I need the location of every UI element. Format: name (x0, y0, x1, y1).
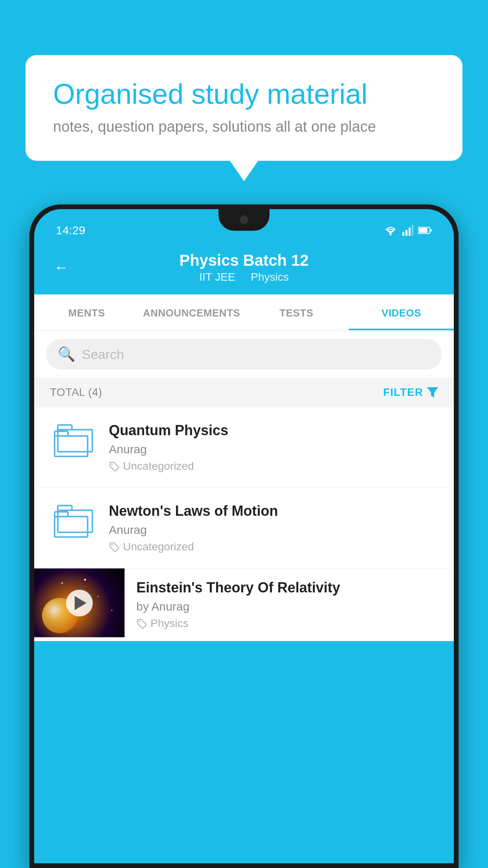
video-title: Quantum Physics (109, 422, 438, 439)
subtitle-physics: Physics (251, 271, 288, 283)
header-subtitle: IIT JEE Physics (179, 271, 308, 283)
bubble-title: Organised study material (53, 79, 435, 110)
item-info-2: Newton's Laws of Motion Anurag Uncategor… (109, 503, 438, 553)
back-button[interactable]: ← (54, 259, 69, 276)
item-thumbnail-1 (50, 422, 97, 462)
filter-button[interactable]: FILTER (383, 386, 438, 399)
phone-screen: 14:29 (34, 209, 454, 863)
video-title: Einstein's Theory Of Relativity (136, 579, 442, 596)
video-author: by Anurag (136, 600, 442, 613)
video-tag: Uncategorized (109, 460, 438, 473)
svg-point-10 (111, 544, 113, 546)
tag-icon (109, 542, 119, 552)
tag-icon (109, 461, 119, 471)
status-time: 14:29 (56, 224, 85, 237)
play-triangle-icon (75, 596, 86, 610)
status-icons (383, 225, 432, 236)
wifi-icon (383, 225, 398, 236)
filter-icon (427, 387, 438, 397)
svg-rect-1 (402, 232, 404, 236)
play-button[interactable] (66, 590, 93, 616)
signal-icon (402, 225, 413, 236)
video-title: Newton's Laws of Motion (109, 503, 438, 519)
video-author: Anurag (109, 523, 438, 537)
list-item[interactable]: Newton's Laws of Motion Anurag Uncategor… (34, 488, 454, 568)
filter-bar: TOTAL (4) FILTER (34, 377, 454, 407)
camera-dot (240, 215, 248, 224)
header-title: Physics Batch 12 (179, 252, 308, 269)
app-header: ← Physics Batch 12 IIT JEE Physics (34, 245, 454, 294)
video-list: Quantum Physics Anurag Uncategorized (34, 407, 454, 641)
speech-bubble-card: Organised study material notes, question… (26, 55, 462, 161)
status-bar: 14:29 (34, 209, 454, 245)
item-info-1: Quantum Physics Anurag Uncategorized (109, 422, 438, 473)
tab-announcements[interactable]: ANNOUNCEMENTS (139, 294, 244, 330)
svg-rect-2 (405, 230, 407, 236)
svg-rect-3 (409, 228, 411, 236)
total-count: TOTAL (4) (50, 386, 102, 399)
battery-icon (418, 226, 432, 234)
notch (218, 209, 270, 231)
search-icon: 🔍 (58, 346, 75, 362)
video-author: Anurag (109, 443, 438, 456)
svg-rect-4 (412, 225, 413, 236)
bubble-subtitle: notes, question papers, solutions all at… (53, 118, 435, 135)
item-info-3: Einstein's Theory Of Relativity by Anura… (125, 568, 454, 641)
speech-bubble: Organised study material notes, question… (26, 55, 462, 161)
video-tag: Physics (136, 617, 442, 630)
tab-tests[interactable]: TESTS (244, 294, 349, 330)
phone-frame: 14:29 (29, 204, 459, 868)
search-container: 🔍 Search (34, 331, 454, 377)
list-item[interactable]: Einstein's Theory Of Relativity by Anura… (34, 568, 454, 641)
list-item[interactable]: Quantum Physics Anurag Uncategorized (34, 407, 454, 488)
svg-point-11 (139, 621, 140, 622)
subtitle-iit: IIT JEE (199, 271, 235, 283)
search-placeholder: Search (82, 347, 124, 362)
video-tag: Uncategorized (109, 541, 438, 553)
screen-body: 🔍 Search TOTAL (4) FILTER (34, 331, 454, 641)
svg-rect-7 (430, 229, 432, 232)
header-title-group: Physics Batch 12 IIT JEE Physics (179, 252, 308, 283)
tab-videos[interactable]: VIDEOS (349, 294, 454, 330)
svg-point-9 (111, 463, 113, 465)
item-thumbnail-2 (50, 503, 97, 542)
tag-icon (136, 618, 147, 629)
tab-ments[interactable]: MENTS (34, 294, 139, 330)
svg-rect-6 (419, 228, 427, 233)
search-bar[interactable]: 🔍 Search (46, 339, 442, 370)
item-thumbnail-3 (34, 568, 125, 637)
svg-marker-8 (427, 387, 438, 397)
tabs-bar: MENTS ANNOUNCEMENTS TESTS VIDEOS (34, 294, 454, 331)
svg-point-0 (390, 234, 392, 235)
